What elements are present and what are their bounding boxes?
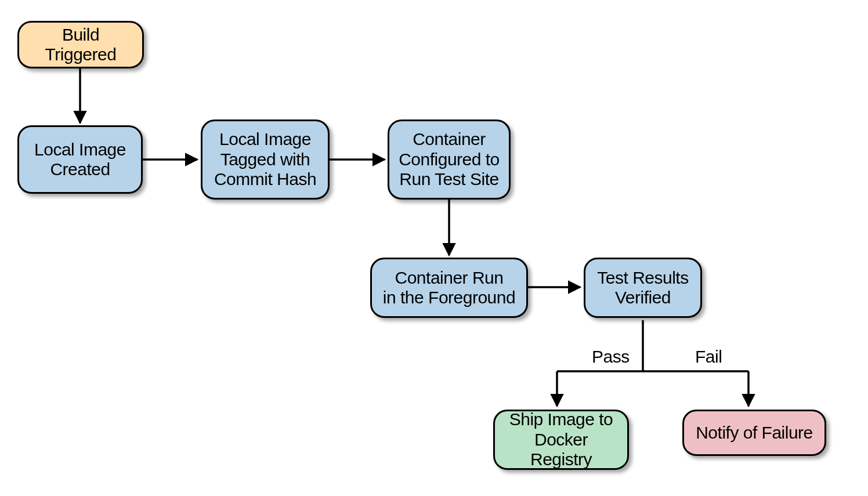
node-build-triggered: Build Triggered <box>17 21 144 68</box>
node-container-configured: ContainerConfigured toRun Test Site <box>388 120 511 200</box>
node-local-image-tagged: Local ImageTagged withCommit Hash <box>201 120 330 200</box>
flowchart-canvas: Build Triggered Local ImageCreated Local… <box>0 0 868 496</box>
node-test-results-verified: Test ResultsVerified <box>584 258 702 318</box>
edge-label-fail: Fail <box>695 347 722 367</box>
node-notify-failure: Notify of Failure <box>682 410 826 456</box>
node-container-run-foreground: Container Runin the Foreground <box>370 258 528 318</box>
node-local-image-created: Local ImageCreated <box>17 125 143 194</box>
node-ship-image: Ship Image toDocker Registry <box>493 410 629 470</box>
edge-label-pass: Pass <box>592 347 630 367</box>
